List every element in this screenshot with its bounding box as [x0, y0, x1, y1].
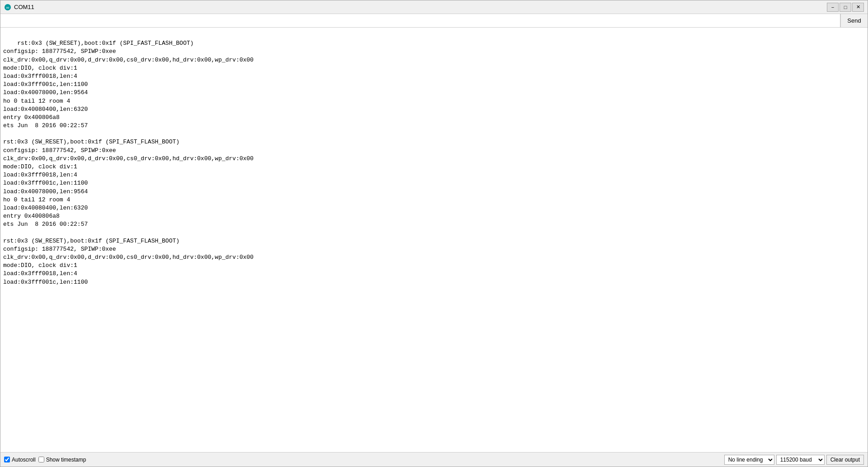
minimize-button[interactable]: − [827, 3, 839, 12]
app-icon: ∞ [4, 4, 11, 11]
title-bar-left: ∞ COM11 [4, 4, 34, 11]
window-title: COM11 [14, 4, 34, 10]
show-timestamp-checkbox[interactable] [38, 457, 44, 462]
baud-rate-select[interactable]: 300 baud 1200 baud 2400 baud 4800 baud 9… [776, 455, 825, 465]
autoscroll-checkbox[interactable] [4, 457, 10, 462]
input-bar: Send [0, 14, 868, 28]
clear-output-button[interactable]: Clear output [826, 455, 864, 465]
status-right: No line ending Newline Carriage return B… [724, 455, 864, 465]
autoscroll-text: Autoscroll [12, 457, 36, 463]
status-left: Autoscroll Show timestamp [4, 457, 721, 463]
output-text: rst:0x3 (SW_RESET),boot:0x1f (SPI_FAST_F… [3, 40, 254, 285]
close-button[interactable]: ✕ [852, 3, 864, 12]
line-ending-select[interactable]: No line ending Newline Carriage return B… [724, 455, 774, 465]
output-area[interactable]: rst:0x3 (SW_RESET),boot:0x1f (SPI_FAST_F… [0, 28, 868, 452]
status-bar: Autoscroll Show timestamp No line ending… [0, 452, 868, 467]
autoscroll-label[interactable]: Autoscroll [4, 457, 36, 463]
show-timestamp-label[interactable]: Show timestamp [38, 457, 86, 463]
show-timestamp-text: Show timestamp [46, 457, 86, 463]
title-bar: ∞ COM11 − □ ✕ [0, 0, 868, 14]
window-controls: − □ ✕ [827, 3, 864, 12]
maximize-button[interactable]: □ [840, 3, 851, 12]
svg-text:∞: ∞ [6, 5, 9, 10]
serial-input[interactable] [0, 14, 840, 27]
serial-monitor-window: ∞ COM11 − □ ✕ Send rst:0x3 (SW_RESET),bo… [0, 0, 868, 467]
send-button[interactable]: Send [840, 14, 868, 27]
